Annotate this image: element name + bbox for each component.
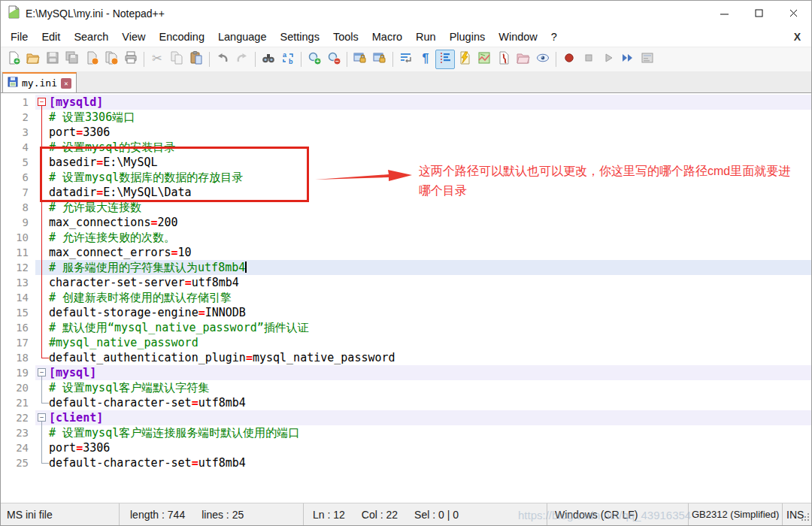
menu-item-plugins[interactable]: Plugins xyxy=(443,29,492,45)
editor[interactable]: 这两个路径可以默认也可以更改，你这里写的哪个路径cmd里面就要进哪个目录 1−[… xyxy=(1,93,811,503)
menu-item-encoding[interactable]: Encoding xyxy=(153,29,211,45)
editor-line[interactable]: 17#mysql_native_password xyxy=(1,335,811,350)
line-number: 1 xyxy=(1,95,35,110)
fold-marker[interactable]: − xyxy=(35,95,49,110)
menu-item-run[interactable]: Run xyxy=(409,29,443,45)
menu-item-language[interactable]: Language xyxy=(211,29,274,45)
window-title: E:\MySQL\my.ini - Notepad++ xyxy=(26,8,165,20)
menu-item-help[interactable]: ? xyxy=(544,29,564,45)
macro-play-button[interactable] xyxy=(598,50,618,69)
menu-item-tools[interactable]: Tools xyxy=(326,29,365,45)
save-file-button[interactable] xyxy=(43,50,62,69)
editor-line[interactable]: 16# 默认使用“mysql_native_password”插件认证 xyxy=(1,320,811,335)
tab-my-ini[interactable]: my.ini ✕ xyxy=(2,72,77,92)
print-button[interactable] xyxy=(121,50,141,69)
user-defined-language-button[interactable] xyxy=(455,50,474,69)
code-text: [client] xyxy=(49,410,103,425)
editor-line[interactable]: 25default-character-set=utf8mb4 xyxy=(1,455,811,470)
cut-icon: ✂ xyxy=(150,50,165,68)
new-file-button[interactable]: + xyxy=(4,50,23,69)
line-number: 8 xyxy=(1,200,35,215)
fold-guide xyxy=(35,305,49,320)
show-all-characters-button[interactable]: ¶ xyxy=(416,50,435,69)
undo-button[interactable] xyxy=(213,50,232,69)
editor-line[interactable]: 1−[mysqld] xyxy=(1,95,811,110)
cut-button[interactable]: ✂ xyxy=(147,50,167,69)
macro-stop-button[interactable] xyxy=(579,50,598,69)
editor-line[interactable]: 19−[mysql] xyxy=(1,365,811,380)
word-wrap-button[interactable] xyxy=(396,50,416,69)
menu-item-macro[interactable]: Macro xyxy=(365,29,409,45)
minimize-button[interactable] xyxy=(707,1,742,26)
editor-line[interactable]: 23# 设置mysql客户端连接服务端时默认使用的端口 xyxy=(1,425,811,440)
redo-icon xyxy=(235,50,250,68)
editor-line[interactable]: 11max_connect_errors=10 xyxy=(1,245,811,260)
close-file-button[interactable] xyxy=(82,50,102,69)
sync-vertical-scroll-button[interactable] xyxy=(350,50,370,69)
editor-line[interactable]: 21default-character-set=utf8mb4 xyxy=(1,395,811,410)
show-indent-guide-button[interactable] xyxy=(435,50,455,69)
svg-text:+: + xyxy=(15,58,19,65)
open-file-button[interactable] xyxy=(23,50,43,69)
menu-item-file[interactable]: File xyxy=(4,29,35,45)
fold-marker[interactable]: − xyxy=(35,365,49,380)
editor-line[interactable]: 13character-set-server=utf8mb4 xyxy=(1,275,811,290)
menu-item-edit[interactable]: Edit xyxy=(35,29,67,45)
editor-line[interactable]: 20# 设置mysql客户端默认字符集 xyxy=(1,380,811,395)
annotation-text: 这两个路径可以默认也可以更改，你这里写的哪个路径cmd里面就要进哪个目录 xyxy=(419,162,795,201)
fold-guide xyxy=(35,455,49,470)
close-button[interactable] xyxy=(777,1,811,26)
editor-line[interactable]: 9max_connections=200 xyxy=(1,215,811,230)
fold-guide xyxy=(35,110,49,125)
function-list-button[interactable] xyxy=(494,50,514,69)
sync-horizontal-scroll-button[interactable] xyxy=(370,50,389,69)
editor-line[interactable]: 3port=3306 xyxy=(1,125,811,140)
macro-run-multiple-button[interactable] xyxy=(618,50,638,69)
fold-guide xyxy=(35,440,49,455)
editor-line[interactable]: 12# 服务端使用的字符集默认为utf8mb4 xyxy=(1,260,811,275)
editor-line[interactable]: 24port=3306 xyxy=(1,440,811,455)
toolbar-separator xyxy=(556,52,556,67)
monitoring-eye-button[interactable] xyxy=(533,50,553,69)
save-all-button[interactable] xyxy=(62,50,82,69)
menu-item-window[interactable]: Window xyxy=(492,29,544,45)
zoom-in-button[interactable]: + xyxy=(304,50,324,69)
paste-button[interactable] xyxy=(186,50,206,69)
editor-line[interactable]: 22−[client] xyxy=(1,410,811,425)
line-number: 10 xyxy=(1,230,35,245)
editor-line[interactable]: 10# 允许连接失败的次数。 xyxy=(1,230,811,245)
editor-line[interactable]: 15default-storage-engine=INNODB xyxy=(1,305,811,320)
status-lines: lines : 25 xyxy=(201,509,244,521)
function-list-icon xyxy=(496,50,511,68)
macro-save-button[interactable] xyxy=(638,50,657,69)
fold-marker[interactable]: − xyxy=(35,410,49,425)
close-file-icon xyxy=(84,50,99,68)
menu-item-view[interactable]: View xyxy=(115,29,152,45)
menu-bar: FileEditSearchViewEncodingLanguageSettin… xyxy=(1,26,811,47)
tab-close-icon[interactable]: ✕ xyxy=(61,78,71,89)
fold-guide xyxy=(35,245,49,260)
find-button[interactable] xyxy=(259,50,278,69)
line-number: 9 xyxy=(1,215,35,230)
undo-icon xyxy=(215,50,230,68)
menu-close-x[interactable]: X xyxy=(794,31,801,43)
menu-item-settings[interactable]: Settings xyxy=(273,29,326,45)
resize-grip[interactable] xyxy=(801,512,810,524)
copy-icon xyxy=(169,50,184,68)
menu-item-search[interactable]: Search xyxy=(67,29,115,45)
editor-line[interactable]: 2# 设置3306端口 xyxy=(1,110,811,125)
editor-line[interactable]: 14# 创建新表时将使用的默认存储引擎 xyxy=(1,290,811,305)
redo-button[interactable] xyxy=(232,50,252,69)
close-all-button[interactable] xyxy=(102,50,121,69)
tab-bar: my.ini ✕ xyxy=(1,71,811,93)
maximize-button[interactable] xyxy=(742,1,777,26)
macro-record-button[interactable] xyxy=(559,50,579,69)
zoom-out-button[interactable]: − xyxy=(324,50,344,69)
replace-button[interactable]: ab xyxy=(278,50,298,69)
editor-line[interactable]: 8# 允许最大连接数 xyxy=(1,200,811,215)
folder-as-workspace-button[interactable] xyxy=(514,50,533,69)
open-file-icon xyxy=(26,50,41,68)
editor-line[interactable]: 18default_authentication_plugin=mysql_na… xyxy=(1,350,811,365)
document-map-button[interactable] xyxy=(474,50,494,69)
copy-button[interactable] xyxy=(167,50,186,69)
